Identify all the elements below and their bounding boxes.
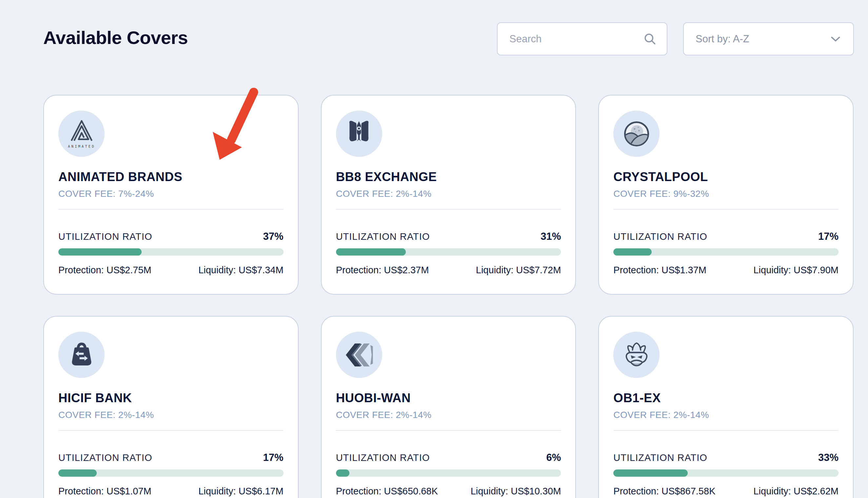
utilization-label: UTILIZATION RATIO — [613, 453, 707, 463]
cover-card-animated-brands[interactable]: ANIMATED ANIMATED BRANDS COVER FEE: 7%-2… — [43, 95, 299, 294]
utilization-progress-bar — [613, 470, 839, 477]
protection-value: Protection: US$2.75M — [58, 265, 151, 276]
protection-value: Protection: US$2.37M — [336, 265, 429, 276]
utilization-label: UTILIZATION RATIO — [613, 231, 707, 242]
moon-over-hills-logo — [613, 110, 660, 157]
utilization-progress-bar — [336, 248, 561, 255]
utilization-value: 31% — [541, 231, 561, 243]
shopping-bag-swap-arrows-logo — [58, 332, 105, 378]
search-input[interactable] — [509, 33, 643, 45]
utilization-label: UTILIZATION RATIO — [336, 231, 430, 242]
liquidity-value: Liquidity: US$7.72M — [476, 265, 561, 276]
sort-label: Sort by: A-Z — [695, 33, 749, 45]
cover-fee: COVER FEE: 2%-14% — [613, 410, 839, 420]
liquidity-value: Liquidity: US$6.17M — [198, 486, 284, 497]
utilization-progress-bar — [58, 470, 284, 477]
protection-value: Protection: US$650.68K — [336, 486, 438, 497]
liquidity-value: Liquidity: US$10.30M — [471, 486, 561, 497]
double-chevron-left-logo — [336, 332, 382, 378]
utilization-progress-fill — [336, 470, 350, 477]
utilization-label: UTILIZATION RATIO — [58, 453, 152, 463]
cover-fee: COVER FEE: 2%-14% — [58, 410, 284, 420]
utilization-value: 37% — [263, 231, 284, 243]
cover-fee: COVER FEE: 9%-32% — [613, 189, 839, 199]
cover-card-bb8-exchange[interactable]: BB8 EXCHANGE COVER FEE: 2%-14% UTILIZATI… — [321, 95, 576, 294]
utilization-progress-fill — [58, 470, 97, 477]
protection-value: Protection: US$1.07M — [58, 486, 151, 497]
rocket-logo — [336, 110, 382, 157]
cover-name: BB8 EXCHANGE — [336, 170, 561, 184]
search-box[interactable] — [497, 22, 667, 55]
covers-grid: ANIMATED ANIMATED BRANDS COVER FEE: 7%-2… — [43, 95, 854, 498]
protection-value: Protection: US$1.37M — [613, 265, 706, 276]
utilization-progress-fill — [58, 248, 141, 255]
divider — [58, 430, 284, 431]
cover-name: HICIF BANK — [58, 391, 284, 405]
cover-card-ob1-ex[interactable]: OB1-EX COVER FEE: 2%-14% UTILIZATION RAT… — [598, 316, 854, 498]
page-title: Available Covers — [43, 27, 188, 48]
chevron-down-icon — [830, 36, 841, 42]
divider — [58, 209, 284, 210]
toolbar: Sort by: A-Z — [497, 22, 854, 55]
utilization-progress-fill — [613, 248, 652, 255]
utilization-progress-fill — [613, 470, 688, 477]
logo-wordmark: ANIMATED — [68, 144, 95, 148]
cover-name: CRYSTALPOOL — [613, 170, 839, 184]
utilization-value: 33% — [818, 452, 839, 463]
cover-name: ANIMATED BRANDS — [58, 170, 284, 184]
utilization-progress-bar — [58, 248, 284, 255]
cover-card-crystalpool[interactable]: CRYSTALPOOL COVER FEE: 9%-32% UTILIZATIO… — [598, 95, 854, 294]
liquidity-value: Liquidity: US$7.34M — [198, 265, 284, 276]
liquidity-value: Liquidity: US$7.90M — [753, 265, 839, 276]
utilization-progress-bar — [613, 248, 839, 255]
dragon-crown-logo — [613, 332, 660, 378]
search-icon[interactable] — [643, 32, 657, 46]
utilization-label: UTILIZATION RATIO — [336, 453, 430, 463]
liquidity-value: Liquidity: US$2.62M — [753, 486, 839, 497]
cover-fee: COVER FEE: 2%-14% — [336, 410, 561, 420]
utilization-value: 17% — [818, 231, 839, 243]
utilization-progress-bar — [336, 470, 561, 477]
sort-dropdown[interactable]: Sort by: A-Z — [683, 22, 854, 55]
cover-card-hicif-bank[interactable]: HICIF BANK COVER FEE: 2%-14% UTILIZATION… — [43, 316, 299, 498]
cover-fee: COVER FEE: 7%-24% — [58, 189, 284, 199]
utilization-label: UTILIZATION RATIO — [58, 231, 152, 242]
cover-card-huobi-wan[interactable]: HUOBI-WAN COVER FEE: 2%-14% UTILIZATION … — [321, 316, 576, 498]
divider — [336, 209, 561, 210]
cover-fee: COVER FEE: 2%-14% — [336, 189, 561, 199]
divider — [336, 430, 561, 431]
utilization-progress-fill — [336, 248, 406, 255]
cover-name: HUOBI-WAN — [336, 391, 561, 405]
utilization-value: 17% — [263, 452, 284, 463]
divider — [613, 430, 839, 431]
cover-name: OB1-EX — [613, 391, 839, 405]
divider — [613, 209, 839, 210]
utilization-value: 6% — [546, 452, 561, 463]
protection-value: Protection: US$867.58K — [613, 486, 715, 497]
triangle-a-logo: ANIMATED — [58, 110, 105, 157]
